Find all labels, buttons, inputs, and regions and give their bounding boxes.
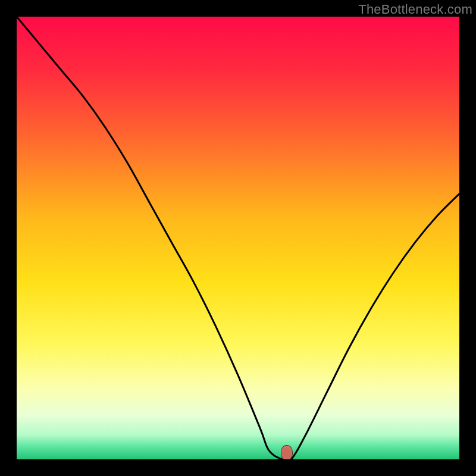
plot-area [17,17,459,459]
gradient-background [17,17,459,459]
watermark-text: TheBottleneck.com [358,2,472,17]
svg-rect-0 [17,17,459,459]
optimal-point-marker [281,445,293,459]
chart-frame: TheBottleneck.com [0,0,476,476]
